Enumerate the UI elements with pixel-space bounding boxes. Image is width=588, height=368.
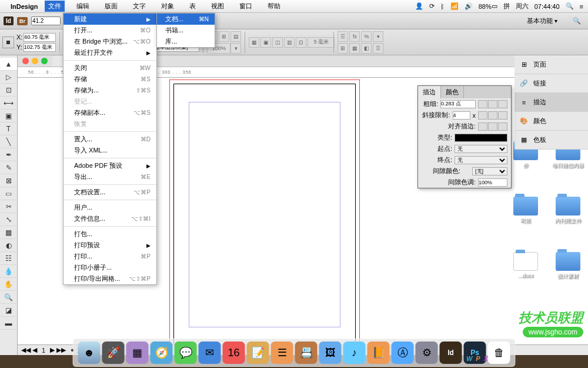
submenu-document[interactable]: 文档...⌘N (157, 14, 215, 25)
menu-place[interactable]: 置入...⌘D (64, 134, 156, 145)
dock-safari-icon[interactable]: 🧭 (151, 342, 173, 364)
gap-color-select[interactable]: [无] (472, 167, 507, 175)
menu-printgrid[interactable]: 打印/导出网格...⌥⇧⌘P (64, 273, 156, 284)
menu-recent[interactable]: 最近打开文件▶ (64, 47, 156, 58)
weight-input[interactable] (440, 100, 476, 108)
dock-launchpad-icon[interactable]: 🚀 (102, 342, 125, 364)
wrap-icons[interactable]: ▦▣◫▥⊡5 毫米 (249, 37, 330, 48)
workspace-selector[interactable]: 基本功能 ▾ (527, 16, 557, 25)
dock-notes-icon[interactable]: 📝 (247, 342, 269, 364)
search-icon[interactable]: 🔍 (573, 17, 581, 25)
menubar-bluetooth-icon[interactable]: ᛒ (440, 3, 445, 10)
align-center-icon[interactable] (478, 122, 487, 131)
menu-printpreset[interactable]: 打印预设▶ (64, 240, 156, 251)
content-collector-tool[interactable]: ▣ (0, 110, 17, 122)
zoom-level-input[interactable] (31, 16, 61, 25)
folder-6[interactable]: 设计素材 (550, 252, 586, 280)
menu-fileinfo[interactable]: 文件信息...⌥⇧⌘I (64, 213, 156, 224)
menubar-wifi-icon[interactable]: 📶 (450, 2, 459, 10)
menu-pdf[interactable]: Adobe PDF 预设▶ (64, 160, 156, 171)
menu-saveas[interactable]: 存储为...⇧⌘S (64, 85, 156, 96)
dock-messages-icon[interactable]: 💬 (175, 342, 197, 364)
rectangle-frame-tool[interactable]: ⊠ (0, 174, 17, 187)
app-name[interactable]: InDesign (11, 3, 38, 10)
eyedropper-tool[interactable]: 💧 (0, 265, 17, 278)
page-nav-prev[interactable]: ◀◀ ◀ (21, 346, 37, 354)
dock-missioncontrol-icon[interactable]: ▦ (126, 342, 149, 364)
menu-close[interactable]: 关闭⌘W (64, 62, 156, 74)
menubar-spotlight-icon[interactable]: 🔍 (566, 2, 574, 10)
cap-butt-icon[interactable] (478, 100, 487, 108)
menu-help[interactable]: 帮助 (264, 1, 284, 12)
minimize-window-icon[interactable] (32, 58, 38, 64)
menu-window[interactable]: 窗口 (236, 1, 256, 12)
folder-3[interactable]: 司简 (508, 197, 543, 225)
misc-icons[interactable]: ☰fx%▾ ⊞▦◧☰ (338, 31, 383, 54)
menubar-battery[interactable]: 88% ▭ (479, 2, 497, 10)
dock-trash-icon[interactable]: 🗑 (488, 342, 510, 364)
selection-tool[interactable]: ▲ (0, 58, 17, 71)
dock-ibooks-icon[interactable]: 📙 (368, 342, 390, 364)
close-window-icon[interactable] (22, 58, 29, 64)
reference-point-icon[interactable] (2, 37, 14, 48)
rectangle-tool[interactable]: ▭ (0, 187, 17, 200)
miter-input[interactable] (453, 111, 470, 120)
page[interactable] (173, 84, 356, 344)
page-tool[interactable]: ⊡ (0, 84, 17, 97)
dock-itunes-icon[interactable]: ♪ (343, 342, 366, 364)
join-round-icon[interactable] (488, 111, 497, 120)
gap-tool[interactable]: ⟷ (0, 97, 17, 110)
panel-stroke[interactable]: ≡描边 (514, 93, 588, 112)
dock-appstore-icon[interactable]: Ⓐ (392, 342, 414, 364)
menubar-notification-icon[interactable]: ≡ (580, 3, 583, 10)
pencil-tool[interactable]: ✎ (0, 161, 17, 174)
join-miter-icon[interactable] (478, 111, 487, 120)
menubar-user-icon[interactable]: 👤 (415, 2, 423, 10)
menu-open[interactable]: 打开...⌘O (64, 25, 156, 36)
page-nav-next[interactable]: ▶ ▶▶ (50, 346, 66, 354)
menu-importxml[interactable]: 导入 XML... (64, 145, 156, 156)
dock-reminders-icon[interactable]: ☰ (271, 342, 293, 364)
y-coord-input[interactable] (24, 43, 56, 52)
menu-file[interactable]: 文件 (45, 1, 65, 12)
end-arrow-select[interactable]: 无 (455, 156, 507, 164)
free-transform-tool[interactable]: ⤡ (0, 213, 17, 226)
gradient-feather-tool[interactable]: ◐ (0, 239, 17, 252)
tint-input[interactable] (478, 178, 507, 187)
hand-tool[interactable]: ✋ (0, 278, 17, 291)
line-tool[interactable]: ╲ (0, 135, 17, 148)
menu-type[interactable]: 文字 (129, 1, 149, 12)
scissors-tool[interactable]: ✂ (0, 200, 17, 213)
panel-links[interactable]: 🔗链接 (514, 74, 588, 93)
stroke-type-select[interactable] (455, 134, 507, 142)
pen-tool[interactable]: ✒ (0, 148, 17, 161)
submenu-library[interactable]: 库... (157, 36, 215, 47)
type-tool[interactable]: T (0, 122, 17, 135)
start-arrow-select[interactable]: 无 (455, 145, 507, 153)
panel-color[interactable]: 🎨颜色 (514, 112, 588, 131)
cap-round-icon[interactable] (488, 100, 497, 108)
menu-savecopy[interactable]: 存储副本...⌥⌘S (64, 107, 156, 118)
direct-selection-tool[interactable]: ▷ (0, 71, 17, 84)
menu-view[interactable]: 视图 (208, 1, 228, 12)
menubar-volume-icon[interactable]: 🔊 (465, 2, 473, 10)
folder-4[interactable]: 内刊用文件 (550, 197, 586, 225)
menu-package[interactable]: 打包... (64, 228, 156, 240)
menu-object[interactable]: 对象 (158, 1, 178, 12)
menu-export[interactable]: 导出...⌘E (64, 171, 156, 183)
color-tab[interactable]: 颜色 (441, 86, 464, 98)
view-mode-tool[interactable]: ▬ (0, 317, 17, 330)
menu-user[interactable]: 用户... (64, 202, 156, 213)
menu-edit[interactable]: 编辑 (73, 1, 93, 12)
menubar-sync-icon[interactable]: ⟳ (429, 2, 435, 10)
window-controls[interactable] (18, 55, 52, 67)
menu-booklet[interactable]: 打印小册子... (64, 262, 156, 273)
menu-docsetup[interactable]: 文档设置...⌥⌘P (64, 187, 156, 198)
menu-print[interactable]: 打印...⌘P (64, 251, 156, 262)
menu-new[interactable]: 新建▶ (64, 14, 156, 25)
panel-pages[interactable]: ⊞页面 (514, 55, 588, 74)
align-inside-icon[interactable] (488, 122, 497, 131)
dock-indesign-icon[interactable]: Id (440, 342, 462, 364)
zoom-window-icon[interactable] (41, 58, 48, 64)
menu-table[interactable]: 表 (186, 1, 199, 12)
